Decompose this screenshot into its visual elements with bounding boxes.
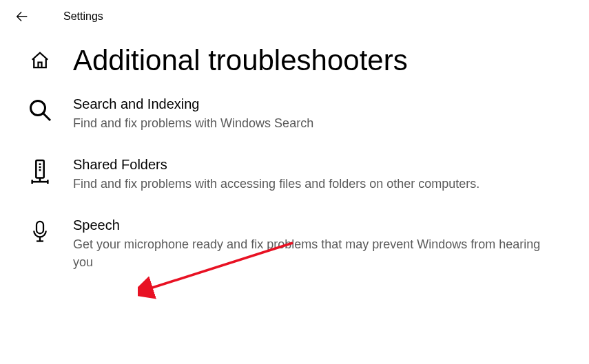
item-title: Shared Folders <box>73 157 479 173</box>
troubleshooter-list: Search and Indexing Find and fix problem… <box>28 96 561 271</box>
svg-line-1 <box>43 114 51 121</box>
svg-rect-2 <box>36 160 43 178</box>
back-button[interactable] <box>14 8 30 25</box>
page-header: Additional troubleshooters <box>28 44 561 77</box>
item-desc: Get your microphone ready and fix proble… <box>73 236 541 270</box>
home-icon[interactable] <box>28 50 52 71</box>
page-title: Additional troubleshooters <box>73 44 408 77</box>
topbar-title: Settings <box>63 10 103 23</box>
item-title: Speech <box>73 217 541 233</box>
svg-point-0 <box>31 101 45 116</box>
server-icon <box>28 157 52 184</box>
svg-rect-10 <box>37 222 43 234</box>
item-title: Search and Indexing <box>73 96 313 112</box>
content-area: Additional troubleshooters Search and In… <box>0 30 589 271</box>
search-icon <box>28 96 52 124</box>
back-arrow-icon <box>14 9 30 24</box>
item-text: Shared Folders Find and fix problems wit… <box>73 157 479 193</box>
item-desc: Find and fix problems with Windows Searc… <box>73 115 313 132</box>
microphone-icon <box>28 217 52 245</box>
item-text: Speech Get your microphone ready and fix… <box>73 217 541 270</box>
troubleshooter-item-shared-folders[interactable]: Shared Folders Find and fix problems wit… <box>28 157 561 193</box>
troubleshooter-item-search-indexing[interactable]: Search and Indexing Find and fix problem… <box>28 96 561 132</box>
topbar: Settings <box>0 0 589 30</box>
item-desc: Find and fix problems with accessing fil… <box>73 175 479 193</box>
item-text: Search and Indexing Find and fix problem… <box>73 96 313 132</box>
troubleshooter-item-speech[interactable]: Speech Get your microphone ready and fix… <box>28 217 561 270</box>
